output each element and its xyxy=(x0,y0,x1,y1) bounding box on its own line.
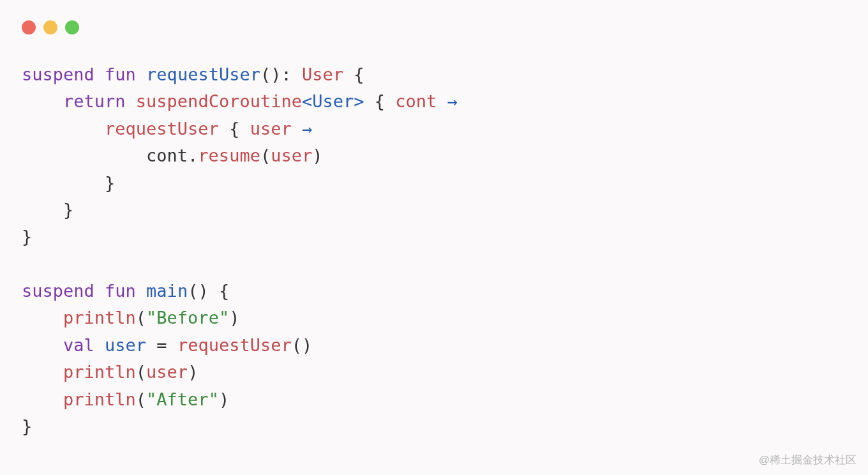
code-token: val xyxy=(63,335,94,355)
watermark: @稀土掘金技术社区 xyxy=(759,453,857,467)
code-token: = xyxy=(146,335,177,355)
maximize-icon[interactable] xyxy=(65,20,79,34)
code-block: suspend fun requestUser(): User { return… xyxy=(22,61,846,440)
code-token: ) xyxy=(312,146,322,165)
code-token: → xyxy=(302,119,312,139)
code-token: } xyxy=(63,200,73,220)
code-token: cont xyxy=(395,91,437,111)
code-token: } xyxy=(22,227,32,246)
code-token: println xyxy=(63,308,136,328)
code-token: resume xyxy=(198,146,260,165)
code-token: ( xyxy=(136,308,146,328)
code-token: } xyxy=(105,173,115,193)
code-token: } xyxy=(22,416,32,436)
code-token: suspend xyxy=(22,281,94,301)
code-token: () xyxy=(292,335,313,355)
code-token: "Before" xyxy=(146,308,229,328)
code-token: cont. xyxy=(146,146,198,165)
code-token: ) xyxy=(219,389,229,409)
code-token: requestUser xyxy=(177,335,292,355)
code-token: ) xyxy=(229,308,239,328)
code-token: fun xyxy=(105,281,136,301)
code-token: user xyxy=(146,362,188,382)
code-window: suspend fun requestUser(): User { return… xyxy=(0,0,868,475)
code-token: main xyxy=(146,281,188,301)
code-token: requestUser xyxy=(146,64,260,84)
code-token: ) xyxy=(188,362,198,382)
code-token: { xyxy=(219,119,250,139)
close-icon[interactable] xyxy=(22,20,36,34)
code-token: { xyxy=(343,64,364,84)
traffic-lights xyxy=(22,20,846,34)
code-token: user xyxy=(271,146,312,165)
code-token: (): xyxy=(260,64,302,84)
code-token: suspendCoroutine xyxy=(136,91,302,111)
code-token: suspend xyxy=(22,64,94,84)
code-token: () { xyxy=(188,281,229,301)
code-token: return xyxy=(63,91,126,111)
code-token: "After" xyxy=(146,389,219,409)
minimize-icon[interactable] xyxy=(43,20,57,34)
code-token: fun xyxy=(105,64,136,84)
code-token: requestUser xyxy=(105,119,219,139)
code-token: User xyxy=(302,64,343,84)
code-token: → xyxy=(447,91,458,111)
code-token: ( xyxy=(260,146,271,165)
code-token: User xyxy=(312,91,354,111)
code-token: > xyxy=(354,91,364,111)
code-token: < xyxy=(302,91,312,111)
code-token: println xyxy=(63,362,136,382)
code-token: ( xyxy=(136,362,146,382)
code-token: ( xyxy=(136,389,146,409)
code-token: println xyxy=(63,389,136,409)
code-token: user xyxy=(250,119,292,139)
code-token: { xyxy=(364,91,396,111)
code-token: user xyxy=(105,335,146,355)
